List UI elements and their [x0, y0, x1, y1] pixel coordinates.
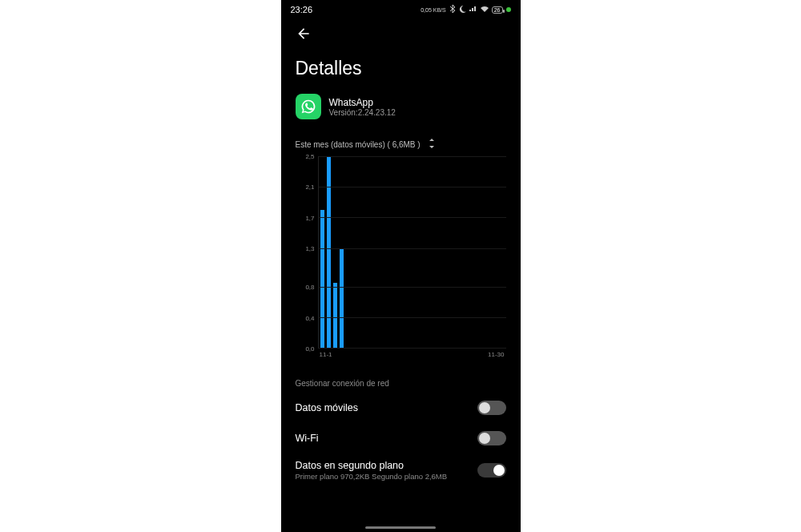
period-label: Este mes (datos móviles) ( 6,6MB ): [296, 140, 421, 149]
app-name: WhatsApp: [329, 97, 396, 108]
mobile-data-switch[interactable]: [477, 401, 506, 415]
wifi-row[interactable]: Wi-Fi: [281, 423, 521, 453]
y-tick: 0,8: [305, 284, 314, 291]
net-speed-icon: 0,05 KB/S: [421, 7, 446, 13]
privacy-dot-icon: [506, 7, 511, 12]
x-axis-end: 11-30: [488, 351, 504, 358]
bar: [340, 248, 344, 348]
status-time: 23:26: [291, 5, 313, 14]
wifi-icon: [481, 6, 489, 14]
status-icons: 0,05 KB/S 26: [421, 5, 510, 14]
bluetooth-icon: [449, 5, 456, 14]
section-network-label: Gestionar conexión de red: [281, 360, 521, 393]
background-data-switch[interactable]: [477, 463, 506, 478]
home-indicator[interactable]: [365, 526, 436, 529]
back-arrow-icon[interactable]: [296, 30, 312, 44]
background-data-row[interactable]: Datos en segundo plano Primer plano 970,…: [281, 453, 521, 489]
wifi-switch[interactable]: [477, 431, 506, 445]
battery-icon: 26: [492, 6, 503, 14]
y-tick: 2,5: [305, 153, 314, 160]
chevron-updown-icon: [429, 139, 435, 150]
whatsapp-icon: [296, 94, 321, 119]
mobile-data-label: Datos móviles: [296, 402, 359, 413]
y-tick: 0,0: [305, 345, 314, 353]
background-data-label: Datos en segundo plano: [296, 460, 448, 471]
x-axis-start: 11-1: [320, 351, 332, 358]
usage-chart: 2,52,11,71,30,80,40,0 11-1 11-30: [281, 156, 521, 360]
x-axis: 11-1 11-30: [318, 349, 506, 360]
phone-screen: 23:26 0,05 KB/S 26 Detalles: [281, 0, 521, 532]
y-tick: 0,4: [305, 314, 314, 321]
background-data-sublabel: Primer plano 970,2KB Segundo plano 2,6MB: [296, 472, 448, 481]
signal-icon: [469, 6, 477, 14]
status-bar: 23:26 0,05 KB/S 26: [281, 0, 521, 16]
mobile-data-row[interactable]: Datos móviles: [281, 393, 521, 423]
y-axis: 2,52,11,71,30,80,40,0: [296, 156, 318, 349]
y-tick: 2,1: [305, 183, 314, 191]
plot-area: [318, 156, 506, 349]
app-header: WhatsApp Versión:2.24.23.12: [281, 89, 521, 127]
bar: [320, 210, 324, 348]
bar: [333, 283, 337, 348]
page-title: Detalles: [281, 45, 521, 89]
y-tick: 1,3: [305, 245, 314, 252]
bar: [327, 156, 331, 348]
y-tick: 1,7: [305, 214, 314, 221]
app-version: Versión:2.24.23.12: [329, 108, 396, 117]
wifi-label: Wi-Fi: [296, 433, 319, 444]
period-dropdown[interactable]: Este mes (datos móviles) ( 6,6MB ): [281, 127, 521, 156]
moon-icon: [459, 6, 466, 14]
